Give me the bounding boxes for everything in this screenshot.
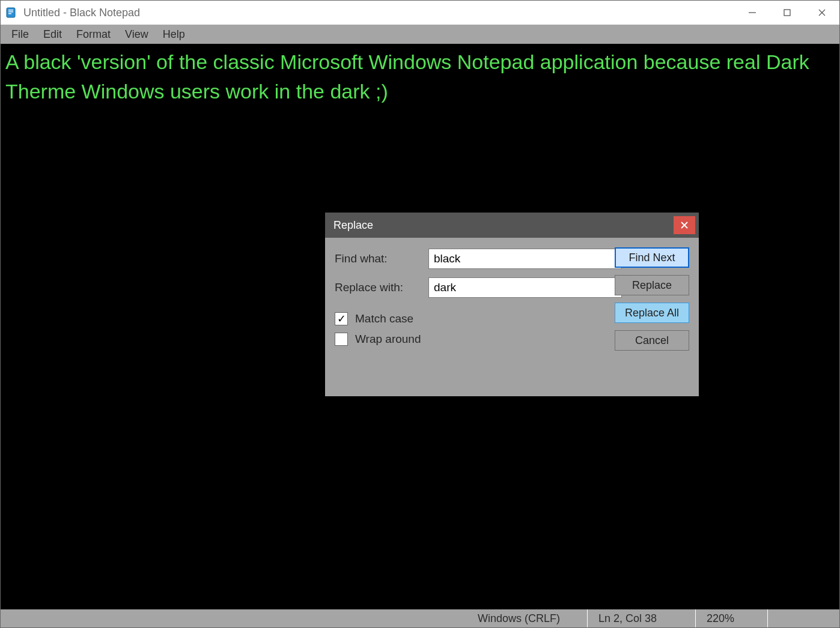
window-title: Untitled - Black Notepad bbox=[23, 7, 735, 19]
status-bar: Windows (CRLF) Ln 2, Col 38 220% bbox=[1, 609, 839, 627]
status-encoding: Windows (CRLF) bbox=[467, 609, 587, 627]
window-controls bbox=[735, 1, 839, 25]
svg-rect-3 bbox=[8, 13, 11, 14]
svg-rect-2 bbox=[8, 11, 13, 13]
menu-file[interactable]: File bbox=[4, 26, 36, 43]
cancel-button[interactable]: Cancel bbox=[615, 330, 689, 351]
find-what-label: Find what: bbox=[335, 252, 428, 265]
find-what-input[interactable] bbox=[428, 249, 622, 269]
maximize-button[interactable] bbox=[770, 1, 805, 25]
replace-with-input[interactable] bbox=[428, 277, 622, 298]
wrap-around-label: Wrap around bbox=[355, 333, 421, 346]
svg-rect-5 bbox=[784, 10, 790, 16]
minimize-button[interactable] bbox=[735, 1, 770, 25]
title-bar: Untitled - Black Notepad bbox=[1, 1, 839, 25]
wrap-around-checkbox[interactable] bbox=[335, 333, 348, 346]
replace-with-label: Replace with: bbox=[335, 281, 428, 294]
find-next-button[interactable]: Find Next bbox=[615, 247, 689, 268]
replace-button[interactable]: Replace bbox=[615, 275, 689, 295]
close-button[interactable] bbox=[805, 1, 839, 25]
app-window: Untitled - Black Notepad File Edit Forma… bbox=[0, 0, 840, 628]
replace-dialog: Replace Find what: Replace with: ✓ Match… bbox=[325, 213, 699, 396]
svg-rect-1 bbox=[8, 10, 13, 11]
app-icon bbox=[5, 7, 17, 19]
dialog-body: Find what: Replace with: ✓ Match case Wr… bbox=[325, 238, 699, 396]
menu-edit[interactable]: Edit bbox=[36, 26, 69, 43]
replace-all-button[interactable]: Replace All bbox=[615, 303, 689, 323]
status-position: Ln 2, Col 38 bbox=[587, 609, 695, 627]
menu-help[interactable]: Help bbox=[156, 26, 192, 43]
menu-bar: File Edit Format View Help bbox=[1, 25, 839, 44]
match-case-label: Match case bbox=[355, 312, 413, 325]
dialog-buttons: Find Next Replace Replace All Cancel bbox=[615, 247, 689, 351]
status-tail bbox=[767, 609, 839, 627]
dialog-title: Replace bbox=[333, 219, 674, 232]
status-zoom: 220% bbox=[695, 609, 767, 627]
menu-format[interactable]: Format bbox=[69, 26, 118, 43]
match-case-checkbox[interactable]: ✓ bbox=[335, 312, 348, 325]
dialog-close-button[interactable] bbox=[674, 216, 695, 234]
svg-rect-0 bbox=[7, 8, 15, 17]
dialog-title-bar[interactable]: Replace bbox=[325, 213, 699, 238]
menu-view[interactable]: View bbox=[118, 26, 156, 43]
